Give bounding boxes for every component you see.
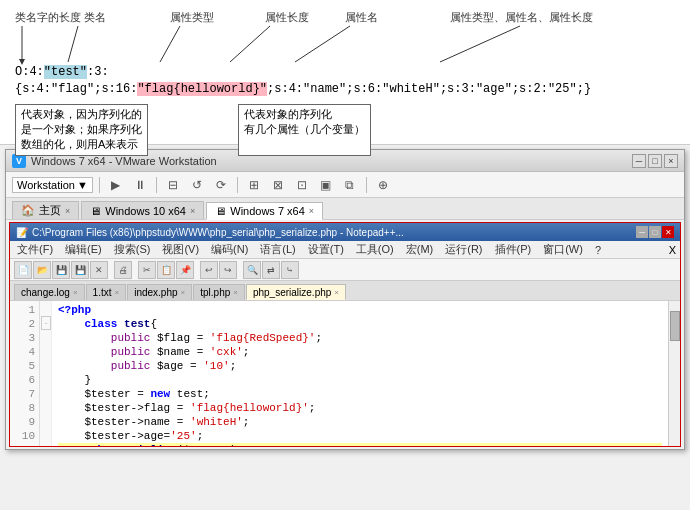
- label-attr-type: 属性类型: [170, 10, 214, 25]
- label-attr-type-name-length: 属性类型、属性名、属性长度: [450, 10, 593, 25]
- np-open-btn[interactable]: 📂: [33, 261, 51, 279]
- menu-edit[interactable]: 编辑(E): [62, 242, 105, 257]
- notepad-x-close[interactable]: X: [669, 244, 676, 256]
- menu-macro[interactable]: 宏(M): [403, 242, 437, 257]
- tab-win10-label: Windows 10 x64: [105, 205, 186, 217]
- line-num-5: 5: [14, 359, 35, 373]
- code-line-8: $tester->flag = 'flag{helloworld}';: [58, 401, 662, 415]
- menu-language[interactable]: 语言(L): [257, 242, 298, 257]
- toolbar-btn5[interactable]: ⊠: [268, 175, 288, 195]
- tab-win7-close[interactable]: ×: [309, 206, 314, 216]
- menu-view[interactable]: 视图(V): [159, 242, 202, 257]
- menu-run[interactable]: 运行(R): [442, 242, 485, 257]
- toolbar-btn1[interactable]: ⊟: [163, 175, 183, 195]
- file-tabs: change.log × 1.txt × index.php × tpl.php…: [10, 281, 680, 301]
- toolbar-sep3: [237, 177, 238, 193]
- class-test: test: [124, 317, 150, 331]
- kw-public-2: public: [111, 345, 151, 359]
- notepad-title-left: 📝 C:\Program Files (x86)\phpstudy\WWW\ph…: [16, 227, 404, 238]
- line-num-6: 6: [14, 373, 35, 387]
- toolbar-btn4[interactable]: ⊞: [244, 175, 264, 195]
- notepad-minimize-btn[interactable]: ─: [636, 226, 648, 238]
- toolbar-btn2[interactable]: ↺: [187, 175, 207, 195]
- toolbar-play-btn[interactable]: ▶: [106, 175, 126, 195]
- file-tab-phpserialize[interactable]: php_serialize.php ×: [246, 284, 346, 300]
- np-find-btn[interactable]: 🔍: [243, 261, 261, 279]
- file-tab-1txt-close[interactable]: ×: [115, 288, 120, 297]
- np-cut-btn[interactable]: ✂: [138, 261, 156, 279]
- toolbar-sep1: [99, 177, 100, 193]
- file-tab-tplphp[interactable]: tpl.php ×: [193, 284, 245, 300]
- file-tab-indexphp-close[interactable]: ×: [181, 288, 186, 297]
- vmware-toolbar: Workstation ▼ ▶ ⏸ ⊟ ↺ ⟳ ⊞ ⊠ ⊡ ▣ ⧉ ⊕: [6, 172, 684, 198]
- func-serialize: serialize: [117, 443, 176, 446]
- label-attr-length: 属性长度: [265, 10, 309, 25]
- file-tab-changelog[interactable]: change.log ×: [14, 284, 85, 300]
- menu-search[interactable]: 搜索(S): [111, 242, 154, 257]
- note-attrs: 代表对象的序列化 有几个属性（几个变量）: [238, 104, 371, 156]
- notepad-maximize-btn[interactable]: □: [649, 226, 661, 238]
- code-line-6: }: [58, 373, 662, 387]
- str-10: '10': [203, 359, 229, 373]
- notepad-toolbar: 📄 📂 💾 💾 ✕ 🖨 ✂ 📋 📌 ↩ ↪ 🔍 ⇄ ⤷: [10, 259, 680, 281]
- menu-tools[interactable]: 工具(O): [353, 242, 397, 257]
- serial-helloworld: "flag{helloworld}": [137, 82, 267, 96]
- toolbar-btn3[interactable]: ⟳: [211, 175, 231, 195]
- toolbar-btn9[interactable]: ⊕: [373, 175, 393, 195]
- np-goto-btn[interactable]: ⤷: [281, 261, 299, 279]
- tab-win7[interactable]: 🖥 Windows 7 x64 ×: [206, 202, 323, 220]
- code-line-7: $tester = new test;: [58, 387, 662, 401]
- toolbar-pause-btn[interactable]: ⏸: [130, 175, 150, 195]
- toolbar-btn7[interactable]: ▣: [316, 175, 336, 195]
- menu-plugins[interactable]: 插件(P): [492, 242, 535, 257]
- menu-encoding[interactable]: 编码(N): [208, 242, 251, 257]
- collapse-class[interactable]: -: [41, 316, 51, 330]
- code-line-4: public $name = 'cxk';: [58, 345, 662, 359]
- np-save-btn[interactable]: 💾: [52, 261, 70, 279]
- np-redo-btn[interactable]: ↪: [219, 261, 237, 279]
- np-new-btn[interactable]: 📄: [14, 261, 32, 279]
- np-paste-btn[interactable]: 📌: [176, 261, 194, 279]
- toolbar-sep2: [156, 177, 157, 193]
- np-save-all-btn[interactable]: 💾: [71, 261, 89, 279]
- tab-home[interactable]: 🏠 主页 ×: [12, 201, 79, 219]
- note-object: 代表对象，因为序列化的 是一个对象；如果序列化 数组的化，则用A来表示: [15, 104, 148, 156]
- notepad-close-btn[interactable]: ✕: [662, 226, 674, 238]
- file-tab-phpserialize-label: php_serialize.php: [253, 287, 331, 298]
- file-tab-changelog-close[interactable]: ×: [73, 288, 78, 297]
- scrollbar-thumb[interactable]: [670, 311, 680, 341]
- notepad-controls[interactable]: ─ □ ✕: [636, 226, 674, 238]
- serial-suffix: ;s:4:"name";s:6:"whiteH";s:3:"age";s:2:"…: [267, 82, 591, 96]
- np-close-btn[interactable]: ✕: [90, 261, 108, 279]
- code-line-9: $tester->name = 'whiteH';: [58, 415, 662, 429]
- tab-home-close[interactable]: ×: [65, 206, 70, 216]
- notepad-menubar: 文件(F) 编辑(E) 搜索(S) 视图(V) 编码(N) 语言(L) 设置(T…: [10, 241, 680, 259]
- np-replace-btn[interactable]: ⇄: [262, 261, 280, 279]
- menu-file[interactable]: 文件(F): [14, 242, 56, 257]
- file-tab-indexphp[interactable]: index.php ×: [127, 284, 192, 300]
- np-undo-btn[interactable]: ↩: [200, 261, 218, 279]
- toolbar-btn6[interactable]: ⊡: [292, 175, 312, 195]
- vertical-scrollbar[interactable]: [668, 301, 680, 446]
- file-tab-tplphp-close[interactable]: ×: [233, 288, 238, 297]
- vmware-window: V Windows 7 x64 - VMware Workstation ─ □…: [5, 149, 685, 450]
- file-tab-1txt[interactable]: 1.txt ×: [86, 284, 127, 300]
- tab-win10[interactable]: 🖥 Windows 10 x64 ×: [81, 201, 204, 219]
- code-line-12: echo serialize($tester);: [58, 443, 662, 446]
- menu-window[interactable]: 窗口(W): [540, 242, 586, 257]
- win7-icon: 🖥: [215, 205, 226, 217]
- np-print-btn[interactable]: 🖨: [114, 261, 132, 279]
- toolbar-btn8[interactable]: ⧉: [340, 175, 360, 195]
- tab-win10-close[interactable]: ×: [190, 206, 195, 216]
- menu-settings[interactable]: 设置(T): [305, 242, 347, 257]
- code-line-5: public $age = '10';: [58, 359, 662, 373]
- str-25: '25': [170, 429, 196, 443]
- file-tab-phpserialize-close[interactable]: ×: [334, 288, 339, 297]
- workstation-dropdown[interactable]: Workstation ▼: [12, 177, 93, 193]
- code-content[interactable]: <?php class test{ public $flag = 'flag{R…: [52, 301, 668, 446]
- vmware-tabs: 🏠 主页 × 🖥 Windows 10 x64 × 🖥 Windows 7 x6…: [6, 198, 684, 220]
- np-copy-btn[interactable]: 📋: [157, 261, 175, 279]
- workstation-label: Workstation: [17, 179, 75, 191]
- menu-help[interactable]: ?: [592, 244, 604, 256]
- kw-class: class: [84, 317, 117, 331]
